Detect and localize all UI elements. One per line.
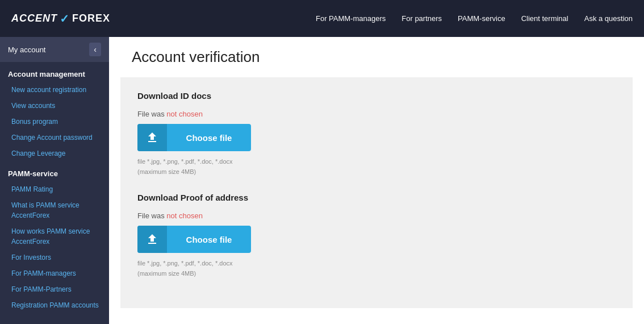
sidebar-item-what-is-pamm[interactable]: What is PAMM service AccentForex [0,197,109,223]
sidebar-item-for-pamm-partners[interactable]: For PAMM-Partners [0,281,109,297]
sidebar: My account ‹ Account management New acco… [0,37,109,324]
id-docs-choose-file-button[interactable]: Choose file [137,124,251,151]
proof-address-hint-line1: file *.jpg, *.png, *.pdf, *.doc, *.docx [137,259,616,269]
sidebar-item-bonus-program[interactable]: Bonus program [0,114,109,130]
id-docs-hint-line1: file *.jpg, *.png, *.pdf, *.doc, *.docx [137,157,616,167]
nav-partners[interactable]: For partners [402,14,442,23]
proof-address-file-hint: file *.jpg, *.png, *.pdf, *.doc, *.docx … [137,259,616,279]
nav-pamm-managers[interactable]: For PAMM-managers [316,14,386,23]
main-content: Account verification Download ID docs Fi… [109,37,644,324]
account-management-title: Account management [0,62,109,82]
sidebar-item-view-accounts[interactable]: View accounts [0,98,109,114]
sidebar-item-pamm-rating[interactable]: PAMM Rating [0,181,109,197]
id-docs-hint-line2: (maximum size 4MB) [137,167,616,177]
logo-accent-text: ACCENT [11,13,57,24]
pamm-service-title: PAMM-service [0,161,109,181]
proof-address-choose-file-button[interactable]: Choose file [137,226,251,253]
id-docs-file-status-prefix: File was [137,110,166,118]
proof-address-choose-file-label: Choose file [167,235,251,244]
sidebar-item-reg-pamm-accounts[interactable]: Registration PAMM accounts [0,297,109,313]
layout: My account ‹ Account management New acco… [0,37,644,324]
id-docs-file-hint: file *.jpg, *.png, *.pdf, *.doc, *.docx … [137,157,616,177]
my-account-section: My account ‹ [0,37,109,62]
logo-checkmark-icon: ✓ [60,12,70,26]
nav-ask-question[interactable]: Ask a question [584,14,633,23]
content-area: Download ID docs File was not chosen Cho… [120,77,633,308]
id-docs-section: Download ID docs File was not chosen Cho… [137,91,616,177]
proof-address-hint-line2: (maximum size 4MB) [137,269,616,279]
id-docs-upload-icon [137,124,167,151]
sidebar-item-change-leverage[interactable]: Change Leverage [0,146,109,161]
sidebar-item-for-pamm-managers[interactable]: For PAMM-managers [0,265,109,281]
logo-forex-text: FOREX [72,13,110,24]
logo: ACCENT ✓ FOREX [11,12,110,26]
id-docs-title: Download ID docs [137,91,616,101]
main-nav: For PAMM-managers For partners PAMM-serv… [316,14,633,23]
upload-icon-svg2 [145,232,159,246]
proof-address-file-status: File was not chosen [137,211,616,220]
proof-address-file-status-prefix: File was [137,211,166,220]
id-docs-choose-file-label: Choose file [167,133,251,143]
id-docs-file-status: File was not chosen [137,110,616,118]
sidebar-item-for-investors[interactable]: For Investors [0,250,109,265]
sidebar-item-how-works-pamm[interactable]: How works PAMM service AccentForex [0,223,109,250]
nav-pamm-service[interactable]: PAMM-service [458,14,505,23]
my-account-label: My account [8,45,45,54]
sidebar-item-change-password[interactable]: Change Account password [0,130,109,146]
proof-address-section: Download Proof of address File was not c… [137,193,616,279]
sidebar-toggle-button[interactable]: ‹ [89,43,101,56]
id-docs-not-chosen-text: not chosen [166,110,203,118]
proof-address-upload-icon [137,226,167,253]
page-title: Account verification [109,37,644,77]
sidebar-item-new-account[interactable]: New account registration [0,82,109,98]
proof-address-title: Download Proof of address [137,193,616,202]
header: ACCENT ✓ FOREX For PAMM-managers For par… [0,0,644,37]
nav-client-terminal[interactable]: Client terminal [521,14,568,23]
upload-icon-svg [145,131,159,144]
proof-address-not-chosen-text: not chosen [166,211,203,220]
